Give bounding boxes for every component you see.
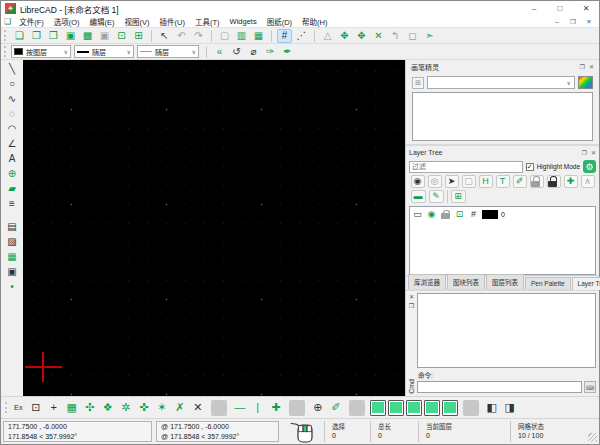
tree-collapse-icon[interactable]: ∧ — [581, 175, 595, 188]
zoom-window-icon[interactable]: ◻ — [405, 29, 420, 43]
lock-layer-icon[interactable] — [547, 175, 561, 188]
open-file-icon[interactable]: ❒ — [46, 29, 61, 43]
show-all-layers-icon[interactable]: ◉ — [411, 175, 425, 188]
maximize-button[interactable]: □ — [547, 1, 573, 16]
edit-layer-icon[interactable]: ✎ — [429, 190, 444, 203]
layer-helper-icon[interactable]: # — [468, 209, 479, 220]
line-width-combobox[interactable]: 随层 ∨ — [74, 45, 134, 58]
dock-right-toggle-icon[interactable]: ◨ — [502, 400, 518, 416]
toolbar-drag-handle[interactable] — [5, 402, 9, 413]
dock-left-toggle-icon[interactable]: ◧ — [484, 400, 500, 416]
ellipse-tool-icon[interactable]: ◌ — [5, 106, 20, 121]
save-all-icon[interactable]: ▣ — [97, 29, 112, 43]
polyline-tool-icon[interactable]: ∠ — [5, 136, 20, 151]
print-preview-icon[interactable]: ⊞ — [131, 29, 146, 43]
undo-icon[interactable]: ↶ — [174, 29, 189, 43]
back-icon[interactable]: « — [212, 45, 227, 59]
menu-file[interactable]: 文件(F) — [14, 16, 49, 27]
group-t-icon[interactable]: T — [496, 175, 510, 188]
highlight-mode-checkbox[interactable]: ✓ — [526, 163, 534, 171]
layer-construction-icon[interactable]: ▭ — [412, 209, 423, 220]
gear-icon[interactable]: ⚙ — [583, 160, 596, 173]
unlock-layer-icon[interactable] — [530, 175, 544, 188]
mdi-restore-button[interactable]: ❐ — [565, 18, 581, 26]
drawing-canvas[interactable] — [23, 60, 405, 396]
layer-lock-icon[interactable] — [440, 209, 451, 220]
add-layer-icon[interactable]: ✚ — [564, 175, 578, 188]
tab-layer-tree[interactable]: Layer Tree — [572, 277, 600, 290]
minimize-button[interactable]: – — [521, 1, 547, 16]
circle-tool-icon[interactable]: ○ — [5, 76, 20, 91]
block-tool-icon[interactable]: ▣ — [5, 264, 20, 279]
menu-view[interactable]: 视图(V) — [120, 16, 155, 27]
command-ex-label[interactable]: Ex — [14, 403, 23, 412]
snap-center-icon[interactable]: ✲ — [118, 400, 134, 416]
resize-grip[interactable] — [588, 433, 597, 442]
menu-tools[interactable]: 工具(T) — [190, 16, 225, 27]
menu-widgets[interactable]: Widgets — [225, 17, 262, 26]
pen-wizard-float-button[interactable]: ❐ — [580, 63, 585, 70]
print-icon[interactable]: ⊡ — [114, 29, 129, 43]
point-tool-icon[interactable]: ⊕ — [5, 166, 20, 181]
snap-intersection-icon[interactable]: ✗ — [172, 400, 188, 416]
toolbar-drag-handle[interactable] — [4, 46, 8, 57]
view-mode-1-icon[interactable] — [370, 400, 386, 416]
menu-drawing[interactable]: 图纸(D) — [262, 16, 297, 27]
pen-pick-icon[interactable]: ✑ — [263, 45, 278, 59]
add-sublayer-icon[interactable]: ⊞ — [451, 190, 466, 203]
snap-off-icon[interactable]: ✕ — [190, 400, 206, 416]
view-mode-3-icon[interactable] — [406, 400, 422, 416]
toolbar-drag-handle[interactable] — [4, 30, 8, 41]
snap-free-icon[interactable]: ⊡ — [28, 400, 44, 416]
tab-layer-list[interactable]: 图层列表 — [486, 274, 524, 289]
command-input[interactable] — [417, 381, 582, 393]
layer-visible-icon[interactable]: ◉ — [426, 209, 437, 220]
pen-wizard-list[interactable] — [412, 92, 593, 141]
new-file-icon[interactable]: ❏ — [12, 29, 27, 43]
spline-tool-icon[interactable]: ∿ — [5, 91, 20, 106]
zoom-out-icon[interactable]: ✥ — [354, 29, 369, 43]
view-mode-2-icon[interactable] — [388, 400, 404, 416]
snap-grid-icon[interactable]: + — [46, 400, 62, 416]
isometric-grid-icon[interactable]: ⋰ — [294, 29, 309, 43]
snap-entity-icon[interactable]: ❖ — [100, 400, 116, 416]
command-close-button[interactable]: ✕ — [409, 293, 414, 300]
pen-status-icon[interactable]: • — [5, 279, 20, 294]
selection-window-icon[interactable]: ▢ — [217, 29, 232, 43]
command-history[interactable] — [417, 293, 596, 368]
layer-filter-input[interactable] — [409, 161, 523, 173]
keyboard-icon[interactable]: ⌨ — [584, 381, 596, 393]
split-view-vertical-icon[interactable]: ▦ — [251, 29, 266, 43]
select-pointer-icon[interactable]: ↖ — [157, 29, 172, 43]
pen-wizard-close-button[interactable]: ✕ — [589, 63, 594, 70]
menu-plugins[interactable]: 插件(U) — [155, 16, 190, 27]
menu-edit[interactable]: 编辑(E) — [85, 16, 120, 27]
layer-print-icon[interactable]: ⊡ — [454, 209, 465, 220]
previous-view-icon[interactable]: ↰ — [388, 29, 403, 43]
save-icon[interactable]: ▣ — [63, 29, 78, 43]
line-type-combobox[interactable]: 随层 ∨ — [137, 45, 199, 58]
draft-mode-icon[interactable]: △ — [320, 29, 335, 43]
line-tool-icon[interactable]: ╲ — [5, 61, 20, 76]
hatch-pattern-icon[interactable]: ▨ — [5, 234, 20, 249]
menu-options[interactable]: 选项(O) — [49, 16, 85, 27]
layer-tree-float-button[interactable]: ❐ — [582, 149, 587, 156]
pen-color-picker-button[interactable] — [578, 76, 593, 89]
view-mode-5-icon[interactable] — [442, 400, 458, 416]
zoom-in-icon[interactable]: ✥ — [337, 29, 352, 43]
image-tool-icon[interactable]: ▦ — [5, 249, 20, 264]
restrict-nothing-icon[interactable]: ✚ — [268, 400, 284, 416]
group-h-icon[interactable]: H — [479, 175, 493, 188]
layer-tree-close-button[interactable]: ✕ — [591, 149, 596, 156]
pointer-mode-icon[interactable]: ➤ — [445, 175, 459, 188]
snap-endpoint-icon[interactable]: ✣ — [82, 400, 98, 416]
arc-tool-icon[interactable]: ◠ — [5, 121, 20, 136]
layer-row[interactable]: ▭◉⊡# 0 — [410, 207, 595, 222]
split-view-horizontal-icon[interactable]: ▥ — [234, 29, 249, 43]
layer-color-swatch[interactable] — [482, 210, 498, 219]
layer-list[interactable]: ▭◉⊡# 0 — [409, 206, 596, 275]
mdi-minimize-button[interactable]: – — [549, 18, 565, 26]
restrict-horizontal-icon[interactable]: — — [232, 400, 248, 416]
view-mode-4-icon[interactable] — [424, 400, 440, 416]
new-from-template-icon[interactable]: ❐ — [29, 29, 44, 43]
